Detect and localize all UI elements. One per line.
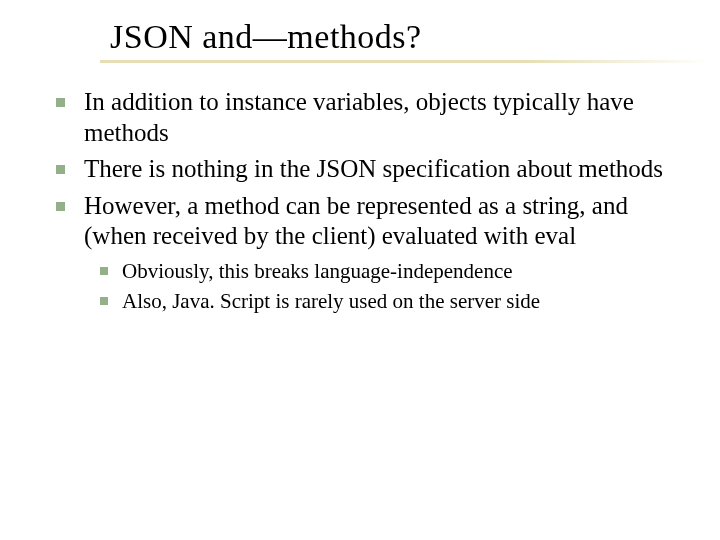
bullet-text: In addition to instance variables, objec… (84, 88, 634, 146)
list-item: However, a method can be represented as … (38, 191, 690, 252)
slide-content: In addition to instance variables, objec… (30, 73, 690, 314)
list-item: Also, Java. Script is rarely used on the… (82, 288, 690, 314)
square-bullet-icon (56, 202, 65, 211)
bullet-text: There is nothing in the JSON specificati… (84, 155, 663, 182)
square-bullet-icon (100, 297, 108, 305)
slide: JSON and—methods? In addition to instanc… (0, 0, 720, 540)
bullet-text: However, a method can be represented as … (84, 192, 628, 250)
list-item: There is nothing in the JSON specificati… (38, 154, 690, 185)
sub-bullet-list: Obviously, this breaks language-independ… (38, 258, 690, 315)
title-block: JSON and—methods? (30, 18, 690, 63)
list-item: Obviously, this breaks language-independ… (82, 258, 690, 284)
bullet-text: Also, Java. Script is rarely used on the… (122, 289, 540, 313)
square-bullet-icon (56, 165, 65, 174)
title-underline (100, 60, 710, 63)
square-bullet-icon (56, 98, 65, 107)
list-item: In addition to instance variables, objec… (38, 87, 690, 148)
bullet-text: Obviously, this breaks language-independ… (122, 259, 513, 283)
bullet-list: In addition to instance variables, objec… (38, 87, 690, 252)
square-bullet-icon (100, 267, 108, 275)
slide-title: JSON and—methods? (110, 18, 690, 56)
